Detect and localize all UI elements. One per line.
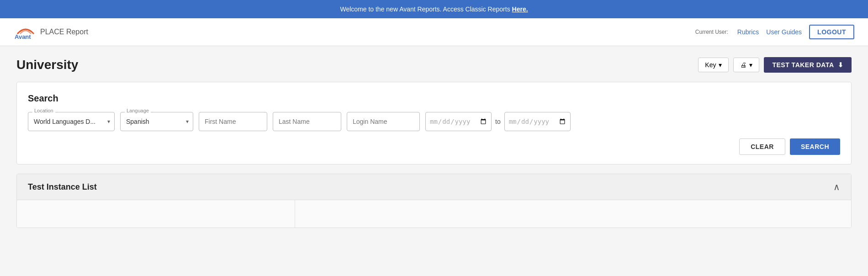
language-field-group: Language Spanish French German bbox=[120, 112, 193, 131]
date-to-input[interactable] bbox=[504, 112, 571, 131]
clear-button[interactable]: CLEAR bbox=[739, 138, 785, 155]
search-actions: CLEAR SEARCH bbox=[28, 138, 840, 155]
user-guides-link[interactable]: User Guides bbox=[766, 28, 802, 36]
search-box: Search Location World Languages D... Lan… bbox=[16, 82, 852, 165]
last-name-input[interactable] bbox=[273, 112, 341, 131]
instance-list-title: Test Instance List bbox=[28, 182, 97, 192]
last-name-field-group bbox=[273, 112, 341, 131]
login-name-input[interactable] bbox=[347, 112, 420, 131]
search-fields: Location World Languages D... Language S… bbox=[28, 112, 840, 131]
header-right: Current User: Rubrics User Guides LOGOUT bbox=[695, 25, 854, 39]
page-title-row: University Key ▾ 🖨 ▾ TEST TAKER DATA ⬇ bbox=[16, 57, 852, 73]
date-from-input[interactable] bbox=[425, 112, 492, 131]
svg-text:Avant: Avant bbox=[15, 33, 31, 40]
top-banner: Welcome to the new Avant Reports. Access… bbox=[0, 0, 868, 18]
print-icon: 🖨 bbox=[740, 61, 746, 69]
location-label: Location bbox=[32, 108, 55, 113]
logo-text: PLACE Report bbox=[40, 28, 88, 36]
key-button[interactable]: Key ▾ bbox=[698, 58, 729, 72]
rubrics-link[interactable]: Rubrics bbox=[737, 28, 759, 36]
test-taker-data-button[interactable]: TEST TAKER DATA ⬇ bbox=[764, 57, 852, 73]
collapse-icon[interactable]: ∧ bbox=[833, 181, 840, 192]
logo-area: Avant PLACE Report bbox=[14, 24, 88, 40]
language-select[interactable]: Spanish French German bbox=[120, 112, 193, 131]
location-select-wrapper: World Languages D... bbox=[28, 112, 115, 131]
language-label: Language bbox=[125, 108, 151, 113]
avant-logo: Avant bbox=[14, 24, 37, 40]
table-col-2 bbox=[295, 200, 851, 228]
header: Avant PLACE Report Current User: Rubrics… bbox=[0, 18, 868, 46]
first-name-field-group bbox=[199, 112, 267, 131]
header-links: Rubrics User Guides LOGOUT bbox=[737, 25, 854, 39]
location-field-group: Location World Languages D... bbox=[28, 112, 115, 131]
logout-button[interactable]: LOGOUT bbox=[809, 25, 854, 39]
login-name-field-group bbox=[347, 112, 420, 131]
page-title: University bbox=[16, 58, 78, 72]
search-title: Search bbox=[28, 93, 840, 104]
download-icon: ⬇ bbox=[838, 61, 844, 69]
first-name-input[interactable] bbox=[199, 112, 267, 131]
banner-message: Welcome to the new Avant Reports. Access… bbox=[340, 5, 512, 13]
search-button[interactable]: SEARCH bbox=[790, 138, 840, 155]
current-user-label: Current User: bbox=[695, 29, 728, 35]
table-container bbox=[17, 200, 851, 228]
main-content: University Key ▾ 🖨 ▾ TEST TAKER DATA ⬇ S… bbox=[0, 46, 868, 239]
language-select-wrapper: Spanish French German bbox=[120, 112, 193, 131]
instance-list-header: Test Instance List ∧ bbox=[17, 174, 851, 200]
print-button[interactable]: 🖨 ▾ bbox=[733, 58, 759, 72]
title-actions: Key ▾ 🖨 ▾ TEST TAKER DATA ⬇ bbox=[698, 57, 852, 73]
location-select[interactable]: World Languages D... bbox=[28, 112, 115, 131]
test-taker-data-label: TEST TAKER DATA bbox=[772, 61, 834, 69]
table-col-1 bbox=[17, 200, 295, 228]
key-label: Key bbox=[705, 61, 716, 69]
key-chevron-icon: ▾ bbox=[719, 61, 722, 69]
instance-list-content bbox=[17, 200, 851, 228]
date-separator: to bbox=[495, 118, 501, 125]
instance-list-box: Test Instance List ∧ bbox=[16, 174, 852, 228]
date-range: to bbox=[425, 112, 571, 131]
banner-link[interactable]: Here. bbox=[512, 5, 528, 13]
print-chevron-icon: ▾ bbox=[749, 61, 752, 69]
